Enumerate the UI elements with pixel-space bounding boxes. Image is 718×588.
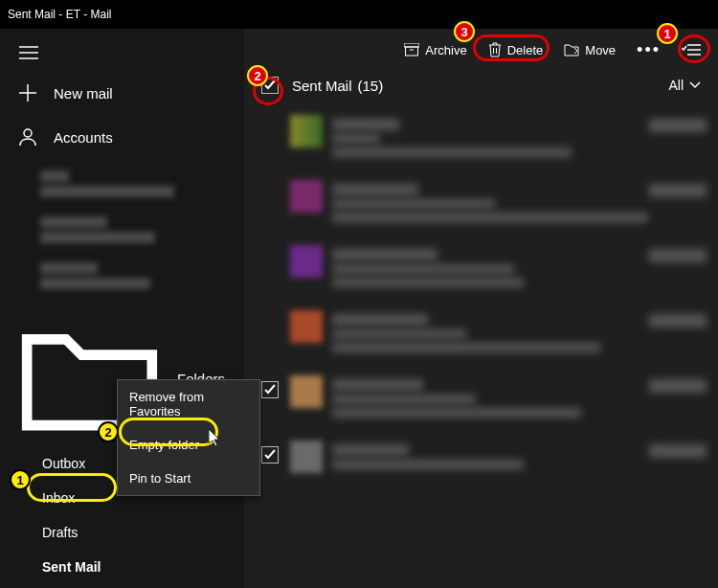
avatar bbox=[290, 310, 323, 343]
window-title: Sent Mail - ET - Mail bbox=[8, 8, 111, 21]
row-checkbox[interactable] bbox=[261, 245, 280, 291]
archive-button[interactable]: Archive bbox=[404, 43, 466, 57]
accounts-button[interactable]: Accounts bbox=[0, 115, 244, 159]
row-checkbox[interactable] bbox=[261, 180, 280, 226]
folder-drafts-label: Drafts bbox=[42, 525, 78, 540]
check-icon bbox=[264, 79, 276, 91]
message-row[interactable] bbox=[256, 172, 712, 237]
new-mail-button[interactable]: New mail bbox=[0, 71, 244, 115]
move-button[interactable]: Move bbox=[564, 43, 616, 57]
move-icon bbox=[564, 43, 579, 57]
folder-sent-mail-label: Sent Mail bbox=[42, 559, 101, 575]
delete-label: Delete bbox=[507, 43, 544, 57]
context-menu: Remove from Favorites Empty folder Pin t… bbox=[117, 379, 260, 496]
move-label: Move bbox=[585, 43, 616, 57]
row-checkbox[interactable] bbox=[261, 115, 280, 161]
main-pane: Archive Delete Move ••• Sent Mail (15) A… bbox=[244, 29, 718, 588]
avatar bbox=[290, 180, 323, 213]
archive-label: Archive bbox=[425, 43, 466, 57]
avatar bbox=[290, 375, 323, 408]
folder-drafts[interactable]: Drafts bbox=[0, 515, 244, 550]
message-row[interactable] bbox=[256, 368, 712, 433]
svg-rect-2 bbox=[406, 47, 418, 56]
folder-all-mail[interactable]: All Mail bbox=[0, 584, 244, 588]
accounts-label: Accounts bbox=[54, 129, 113, 146]
list-title: Sent Mail bbox=[292, 78, 352, 94]
row-checkbox[interactable] bbox=[261, 375, 280, 421]
message-row[interactable] bbox=[256, 107, 712, 172]
folder-sent-mail[interactable]: Sent Mail bbox=[0, 550, 244, 584]
message-row[interactable] bbox=[256, 237, 712, 303]
context-pin-to-start[interactable]: Pin to Start bbox=[118, 462, 259, 495]
message-list bbox=[244, 107, 718, 588]
archive-icon bbox=[404, 43, 419, 57]
person-icon bbox=[19, 128, 36, 146]
hamburger-icon bbox=[19, 46, 38, 59]
chevron-down-icon bbox=[689, 81, 701, 89]
selection-mode-icon bbox=[682, 43, 701, 57]
toolbar: Archive Delete Move ••• bbox=[244, 29, 718, 67]
svg-rect-1 bbox=[404, 43, 419, 47]
select-all-checkbox[interactable] bbox=[261, 77, 279, 94]
trash-icon bbox=[488, 42, 502, 57]
account-details bbox=[0, 159, 244, 310]
folder-outbox-label: Outbox bbox=[42, 456, 85, 471]
hamburger-button[interactable] bbox=[0, 38, 244, 71]
sidebar: New mail Accounts Folders Outbox Inbox D… bbox=[0, 29, 244, 588]
list-count: (15) bbox=[358, 78, 384, 94]
context-remove-favorites[interactable]: Remove from Favorites bbox=[118, 380, 259, 428]
message-row[interactable] bbox=[256, 303, 712, 368]
avatar bbox=[290, 245, 323, 278]
folder-inbox-label: Inbox bbox=[42, 490, 75, 506]
row-checkbox[interactable] bbox=[261, 310, 280, 356]
svg-point-0 bbox=[24, 129, 32, 137]
delete-button[interactable]: Delete bbox=[488, 42, 544, 57]
new-mail-label: New mail bbox=[54, 85, 113, 102]
selection-mode-button[interactable] bbox=[682, 43, 701, 57]
avatar bbox=[290, 441, 323, 473]
context-empty-folder[interactable]: Empty folder bbox=[118, 428, 259, 462]
plus-icon bbox=[19, 84, 36, 102]
filter-dropdown[interactable]: All bbox=[668, 78, 701, 93]
row-checkbox[interactable] bbox=[261, 441, 280, 473]
more-actions-button[interactable]: ••• bbox=[637, 45, 661, 55]
list-header: Sent Mail (15) All bbox=[244, 67, 718, 107]
avatar bbox=[290, 115, 323, 147]
message-row[interactable] bbox=[256, 433, 712, 485]
window-titlebar: Sent Mail - ET - Mail bbox=[0, 0, 718, 29]
filter-label: All bbox=[668, 78, 684, 93]
